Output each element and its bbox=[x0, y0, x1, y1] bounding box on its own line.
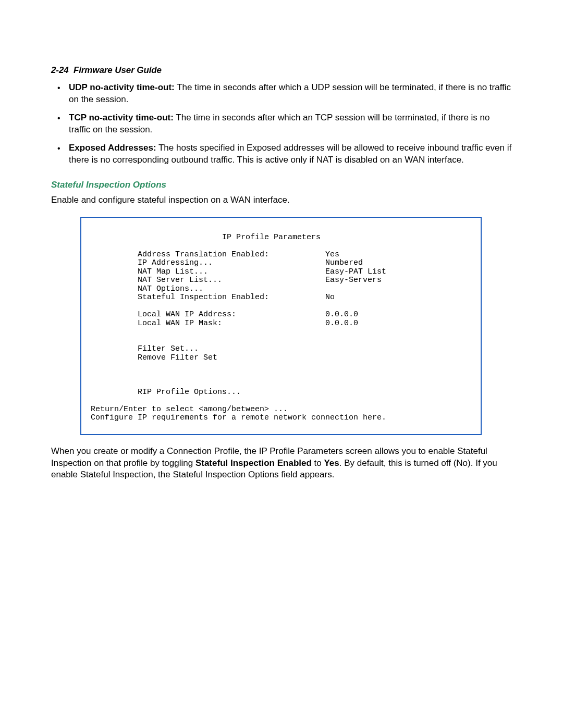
bullet-term: Exposed Addresses: bbox=[69, 143, 156, 153]
closing-bold-1: Stateful Inspection Enabled bbox=[195, 458, 312, 468]
bullet-list: • UDP no-activity time-out: The time in … bbox=[51, 82, 512, 166]
terminal-content: IP Profile Parameters Address Translatio… bbox=[80, 217, 482, 435]
terminal-screenshot: IP Profile Parameters Address Translatio… bbox=[80, 217, 482, 435]
bullet-term: TCP no-activity time-out: bbox=[69, 113, 174, 122]
bullet-dot-icon: • bbox=[57, 82, 60, 94]
bullet-term: UDP no-activity time-out: bbox=[69, 82, 175, 92]
bullet-dot-icon: • bbox=[57, 143, 60, 154]
section-intro: Enable and configure stateful inspection… bbox=[51, 194, 512, 206]
section-heading-stateful: Stateful Inspection Options bbox=[51, 180, 512, 190]
bullet-dot-icon: • bbox=[57, 113, 60, 124]
page-title: Firmware User Guide bbox=[74, 65, 162, 75]
closing-mid: to bbox=[312, 458, 324, 468]
bullet-item-exposed: • Exposed Addresses: The hosts specified… bbox=[51, 142, 512, 166]
page-header: 2-24 Firmware User Guide bbox=[51, 65, 512, 76]
closing-bold-2: Yes bbox=[324, 458, 339, 468]
bullet-item-tcp: • TCP no-activity time-out: The time in … bbox=[51, 112, 512, 136]
document-page: 2-24 Firmware User Guide • UDP no-activi… bbox=[0, 0, 563, 728]
page-number: 2-24 bbox=[51, 65, 69, 75]
bullet-item-udp: • UDP no-activity time-out: The time in … bbox=[51, 82, 512, 106]
closing-paragraph: When you create or modify a Connection P… bbox=[51, 446, 512, 482]
